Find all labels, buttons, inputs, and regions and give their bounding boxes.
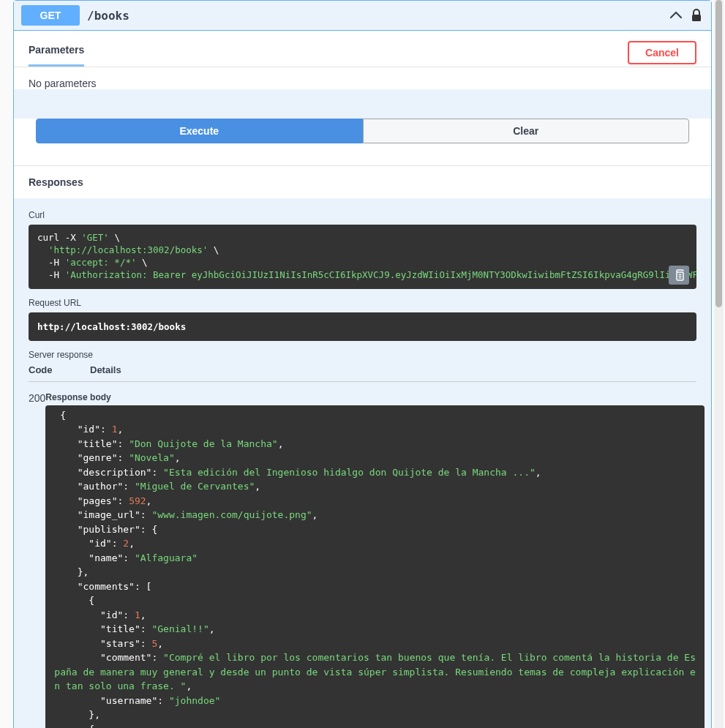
parameters-body: No parameters	[14, 67, 711, 89]
server-response-label: Server response	[29, 350, 696, 360]
curl-command-box: curl -X 'GET' \ 'http://localhost:3002/b…	[29, 225, 696, 289]
svg-rect-0	[692, 15, 701, 21]
copy-icon[interactable]	[669, 266, 689, 285]
parameters-tabs: Parameters Cancel	[14, 31, 711, 67]
code-column-header: Code	[29, 364, 90, 375]
method-badge: GET	[21, 5, 80, 26]
chevron-up-icon[interactable]	[669, 8, 683, 23]
curl-label: Curl	[29, 210, 696, 220]
endpoint-summary[interactable]: GET /books	[14, 1, 711, 31]
no-parameters-text: No parameters	[29, 78, 696, 89]
details-column-header: Details	[90, 364, 121, 375]
response-code: 200	[29, 392, 45, 729]
scrollbar-thumb[interactable]	[715, 0, 722, 307]
endpoint-path: /books	[87, 9, 669, 23]
responses-header: Responses	[14, 165, 711, 198]
cancel-button[interactable]: Cancel	[628, 41, 696, 64]
response-body-box: { "id": 1, "title": "Don Quijote de la M…	[45, 405, 705, 729]
lock-icon[interactable]	[689, 8, 704, 23]
response-body-label: Response body	[45, 392, 705, 402]
clear-button[interactable]: Clear	[363, 119, 690, 143]
execute-button[interactable]: Execute	[36, 119, 363, 143]
request-url-label: Request URL	[29, 298, 696, 308]
vertical-scrollbar[interactable]	[714, 0, 724, 728]
tab-parameters[interactable]: Parameters	[29, 38, 84, 67]
request-url-box: http://localhost:3002/books	[29, 312, 696, 341]
